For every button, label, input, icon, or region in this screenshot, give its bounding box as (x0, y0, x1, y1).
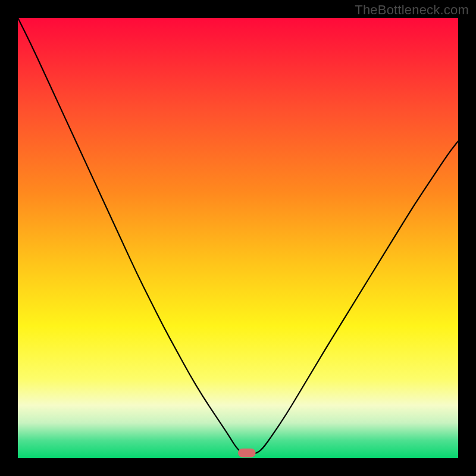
gradient-background (18, 18, 458, 458)
chart-svg (18, 18, 458, 458)
plot-area (18, 18, 458, 458)
chart-container: TheBottleneck.com (0, 0, 476, 476)
watermark-text: TheBottleneck.com (355, 2, 469, 18)
optimal-marker (238, 449, 256, 458)
